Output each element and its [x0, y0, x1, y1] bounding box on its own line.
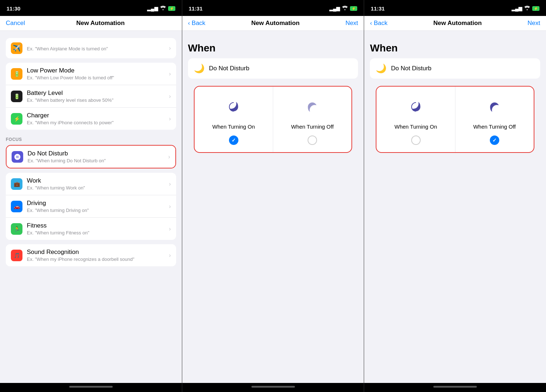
dnd-pill-label-2: Do Not Disturb: [209, 65, 249, 72]
driving-item[interactable]: 🚗 Driving Ex. "When turning Driving on" …: [6, 195, 176, 218]
time-3: 11:31: [371, 5, 384, 12]
panel-2: 11:31 ▂▄▆ ⚡ ‹ Back New Automation Next W…: [182, 0, 364, 392]
low-power-text: Low Power Mode Ex. "When Low Power Mode …: [27, 67, 167, 80]
charger-item[interactable]: ⚡ Charger Ex. "When my iPhone connects t…: [6, 108, 176, 130]
chevron-battery: ›: [169, 93, 171, 100]
sound-item[interactable]: 🎵 Sound Recognition Ex. "When my iPhone …: [6, 244, 176, 266]
panel1-content: ✈️ Ex. "When Airplane Mode is turned on"…: [0, 31, 182, 383]
home-indicator-1: [0, 383, 182, 392]
nav-title-1: New Automation: [76, 20, 125, 27]
back-button-2[interactable]: ‹ Back: [188, 20, 205, 27]
home-bar-2: [251, 386, 295, 388]
fitness-subtitle: Ex. "When turning Fitness on": [27, 230, 167, 235]
next-button-3[interactable]: Next: [528, 20, 540, 27]
airplane-subtitle: Ex. "When Airplane Mode is turned on": [27, 46, 167, 51]
status-bar-2: 11:31 ▂▄▆ ⚡: [182, 0, 364, 16]
turning-off-label-2: When Turning Off: [291, 124, 334, 130]
dnd-text: Do Not Disturb Ex. "When turning Do Not …: [28, 150, 166, 163]
chevron-dnd: ›: [168, 154, 170, 160]
status-bar-3: 11:31 ▂▄▆ ⚡: [364, 0, 546, 16]
sound-title: Sound Recognition: [27, 249, 167, 256]
nav-bar-1: Cancel New Automation: [0, 16, 182, 31]
status-icons-1: ▂▄▆ ⚡: [147, 6, 175, 11]
turning-on-option-2[interactable]: When Turning On: [195, 87, 273, 152]
driving-subtitle: Ex. "When turning Driving on": [27, 208, 167, 213]
status-icons-3: ▂▄▆ ⚡: [512, 6, 539, 11]
radio-on-2[interactable]: [229, 135, 238, 145]
battery-icon-item: 🔋: [11, 91, 22, 102]
radio-on-3[interactable]: [411, 135, 421, 145]
status-icons-2: ▂▄▆ ⚡: [329, 6, 357, 11]
turning-off-option-3[interactable]: When Turning Off: [455, 87, 534, 152]
dnd-pill-label-3: Do Not Disturb: [391, 65, 431, 72]
nav-title-3: New Automation: [433, 20, 482, 27]
dnd-subtitle: Ex. "When turning Do Not Disturb on": [28, 158, 166, 163]
cancel-button[interactable]: Cancel: [6, 20, 25, 27]
radio-off-3[interactable]: [490, 135, 499, 145]
battery-item[interactable]: 🔋 Battery Level Ex. "When battery level …: [6, 85, 176, 108]
power-card-group: 🔋 Low Power Mode Ex. "When Low Power Mod…: [6, 63, 176, 130]
toggle-card-3: When Turning On When Turning Off: [376, 86, 534, 153]
battery-icon-2: ⚡: [350, 6, 357, 11]
fitness-item[interactable]: 🏃 Fitness Ex. "When turning Fitness on" …: [6, 218, 176, 240]
chevron-fitness: ›: [169, 226, 171, 232]
moon-off-icon-3: [485, 97, 504, 119]
sound-text: Sound Recognition Ex. "When my iPhone re…: [27, 249, 167, 262]
top-card-group: ✈️ Ex. "When Airplane Mode is turned on"…: [6, 38, 176, 58]
charger-text: Charger Ex. "When my iPhone connects to …: [27, 112, 167, 125]
dnd-title: Do Not Disturb: [28, 150, 166, 157]
airplane-icon: ✈️: [11, 42, 22, 54]
low-power-item[interactable]: 🔋 Low Power Mode Ex. "When Low Power Mod…: [6, 63, 176, 85]
panel2-content: When 🌙 Do Not Disturb When Turning On: [182, 31, 364, 383]
signal-icon-2: ▂▄▆: [329, 6, 340, 11]
wifi-icon-3: [524, 6, 530, 11]
dnd-moon-icon-3: 🌙: [376, 63, 387, 74]
driving-title: Driving: [27, 200, 167, 207]
battery-icon-3: ⚡: [532, 6, 539, 11]
status-bar-1: 11:30 ▂▄▆ ⚡: [0, 0, 182, 16]
chevron-charger: ›: [169, 116, 171, 122]
chevron-low-power: ›: [169, 71, 171, 77]
home-bar-1: [69, 386, 113, 388]
dnd-moon-icon-2: 🌙: [194, 63, 205, 74]
airplane-text: Ex. "When Airplane Mode is turned on": [27, 45, 167, 51]
airplane-item[interactable]: ✈️ Ex. "When Airplane Mode is turned on"…: [6, 38, 176, 58]
work-text: Work Ex. "When turning Work on": [27, 177, 167, 191]
time-2: 11:31: [189, 5, 203, 12]
nav-bar-3: ‹ Back New Automation Next: [364, 16, 546, 31]
sound-subtitle: Ex. "When my iPhone recognizes a doorbel…: [27, 257, 167, 262]
focus-modes-group: 💼 Work Ex. "When turning Work on" › 🚗 Dr…: [6, 173, 176, 240]
wifi-icon-2: [342, 6, 348, 11]
turning-off-option-2[interactable]: When Turning Off: [273, 87, 351, 152]
signal-icon-3: ▂▄▆: [512, 6, 522, 11]
back-button-3[interactable]: ‹ Back: [370, 20, 387, 27]
nav-title-2: New Automation: [251, 20, 299, 27]
driving-icon: 🚗: [11, 201, 22, 212]
low-power-icon: 🔋: [11, 68, 22, 80]
dnd-pill-2: 🌙 Do Not Disturb: [188, 58, 358, 79]
driving-text: Driving Ex. "When turning Driving on": [27, 200, 167, 213]
nav-bar-2: ‹ Back New Automation Next: [182, 16, 364, 31]
battery-icon-1: ⚡: [168, 6, 175, 11]
work-item[interactable]: 💼 Work Ex. "When turning Work on" ›: [6, 173, 176, 195]
dnd-item[interactable]: Do Not Disturb Ex. "When turning Do Not …: [7, 146, 175, 168]
turning-on-label-2: When Turning On: [212, 124, 255, 130]
turning-on-option-3[interactable]: When Turning On: [376, 87, 455, 152]
dnd-pill-3: 🌙 Do Not Disturb: [370, 58, 540, 79]
low-power-title: Low Power Mode: [27, 67, 167, 74]
radio-off-2[interactable]: [308, 135, 317, 145]
charger-subtitle: Ex. "When my iPhone connects to power": [27, 120, 167, 125]
next-button-2[interactable]: Next: [345, 20, 358, 27]
when-section-2: When 🌙 Do Not Disturb When Turning On: [182, 35, 364, 157]
moon-on-icon-3: [407, 97, 425, 119]
battery-subtitle: Ex. "When battery level rises above 50%": [27, 97, 167, 103]
charger-icon: ⚡: [11, 113, 22, 125]
chevron-airplane: ›: [169, 45, 171, 51]
time-1: 11:30: [7, 5, 20, 12]
fitness-text: Fitness Ex. "When turning Fitness on": [27, 222, 167, 235]
sound-card-group: 🎵 Sound Recognition Ex. "When my iPhone …: [6, 244, 176, 266]
focus-section-header: FOCUS: [0, 134, 182, 143]
fitness-icon: 🏃: [11, 223, 22, 235]
panel3-content: When 🌙 Do Not Disturb When Turning On: [364, 31, 546, 383]
charger-title: Charger: [27, 112, 167, 119]
